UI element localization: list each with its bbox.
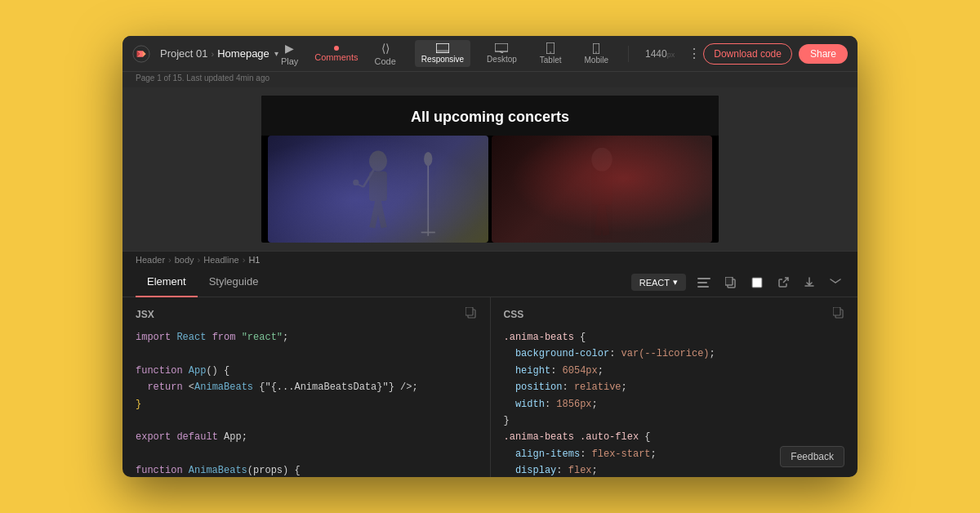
css-panel-title: CSS	[504, 309, 524, 320]
project-label: Project 01	[160, 47, 208, 60]
subtitle-text: Page 1 of 15. Last updated 4min ago	[136, 74, 270, 83]
breadcrumb-arrow-icon: ›	[212, 49, 215, 59]
svg-line-24	[598, 205, 602, 235]
framework-label: REACT	[639, 278, 670, 288]
responsive-icon	[436, 43, 449, 53]
css-line-2: background-color: var(--licorice);	[504, 346, 845, 362]
breadcrumb-body: body	[175, 255, 194, 265]
app-window: Project 01 › Homepage ▾ ▶ Play Comments …	[122, 36, 858, 477]
css-line-3: height: 6054px;	[504, 363, 845, 379]
jsx-line-2	[136, 346, 477, 362]
comments-button[interactable]: Comments	[314, 46, 358, 62]
concert-title: All upcoming concerts	[261, 96, 719, 136]
svg-point-16	[353, 180, 359, 185]
expand-icon[interactable]	[826, 275, 844, 290]
singer-silhouette-icon	[301, 146, 456, 243]
svg-rect-31	[752, 278, 762, 288]
svg-line-14	[363, 163, 378, 187]
desktop-icon	[495, 43, 508, 53]
concert-image-2	[492, 136, 712, 243]
play-label: Play	[281, 56, 298, 66]
jsx-copy-button[interactable]	[466, 307, 477, 321]
desktop-label: Desktop	[487, 55, 517, 64]
css-line-6: }	[504, 413, 845, 429]
jsx-line-1: import React from "react";	[136, 329, 477, 346]
download-icon[interactable]	[800, 274, 818, 292]
svg-point-9	[550, 51, 551, 53]
tab-bar: Element Styleguide REACT ▾	[122, 268, 858, 297]
breadcrumb-bar: Header › body › Headline › H1	[122, 251, 858, 268]
jsx-panel-title: JSX	[136, 309, 154, 320]
share-button[interactable]: Share	[799, 44, 848, 64]
download-code-button[interactable]: Download code	[703, 43, 792, 65]
css-line-5: width: 1856px;	[504, 396, 845, 413]
code-button[interactable]: ⟨⟩ Code	[374, 42, 395, 66]
jsx-line-4: return <AnimaBeats {"{...AnimaBeatsData}…	[136, 379, 477, 395]
feedback-button[interactable]: Feedback	[780, 446, 844, 467]
concert-images	[261, 136, 719, 243]
jsx-line-7: export default App;	[136, 429, 477, 445]
mobile-button[interactable]: Mobile	[577, 40, 614, 68]
play-button[interactable]: ▶ Play	[281, 42, 298, 66]
project-nav: Project 01 › Homepage ▾	[160, 47, 278, 60]
homepage-label[interactable]: Homepage	[217, 47, 270, 60]
tab-styleguide[interactable]: Styleguide	[198, 268, 270, 297]
white-box-icon[interactable]	[748, 274, 766, 292]
code-icon: ⟨⟩	[381, 42, 390, 55]
css-line-4: position: relative;	[504, 379, 845, 395]
tab-element-label: Element	[147, 275, 186, 288]
play-icon: ▶	[285, 42, 294, 55]
responsive-button[interactable]: Responsive	[415, 40, 470, 67]
desktop-button[interactable]: Desktop	[480, 40, 523, 67]
jsx-line-9: function AnimaBeats(props) {	[136, 462, 477, 477]
svg-rect-28	[697, 286, 709, 288]
breadcrumb-sep-2: ›	[198, 255, 201, 265]
svg-point-22	[591, 148, 612, 172]
list-view-icon[interactable]	[694, 274, 714, 291]
svg-point-12	[369, 151, 387, 172]
logo-icon	[132, 45, 150, 63]
comments-dot	[334, 46, 339, 51]
svg-line-18	[378, 201, 384, 228]
jsx-line-8	[136, 446, 477, 462]
css-panel: CSS .anima-beats { background-color: var…	[491, 297, 858, 477]
css-copy-button[interactable]	[833, 307, 844, 321]
copy-all-icon[interactable]	[722, 274, 740, 292]
svg-rect-13	[369, 172, 387, 201]
concert-image-1	[268, 136, 488, 243]
svg-line-15	[356, 183, 363, 187]
code-panels: JSX import React from "react"; function …	[122, 297, 858, 477]
svg-rect-35	[833, 307, 840, 315]
svg-line-25	[602, 205, 606, 235]
tablet-button[interactable]: Tablet	[533, 39, 568, 68]
subtitle-bar: Page 1 of 15. Last updated 4min ago	[122, 72, 858, 87]
canvas-area: All upcoming concerts	[122, 87, 858, 251]
canvas-content: All upcoming concerts	[261, 96, 719, 243]
dropdown-icon[interactable]: ▾	[274, 49, 278, 58]
tab-element[interactable]: Element	[136, 268, 198, 297]
comments-label: Comments	[314, 52, 358, 62]
top-bar: Project 01 › Homepage ▾ ▶ Play Comments …	[122, 36, 858, 72]
view-controls: Responsive Desktop Tablet Mobile 1440px …	[415, 39, 701, 68]
breadcrumb-headline: Headline	[203, 255, 238, 265]
breadcrumb-sep-3: ›	[243, 255, 246, 265]
svg-rect-23	[591, 172, 612, 205]
mic-stand-icon	[412, 152, 445, 243]
css-line-1: .anima-beats {	[504, 329, 845, 346]
svg-rect-33	[466, 307, 473, 315]
jsx-line-6	[136, 413, 477, 429]
top-bar-right: Download code Share	[703, 43, 848, 65]
mobile-icon	[593, 43, 599, 54]
tablet-label: Tablet	[540, 56, 562, 65]
code-label: Code	[374, 56, 395, 66]
logo-area	[132, 45, 150, 63]
jsx-line-3: function App() {	[136, 363, 477, 379]
framework-selector[interactable]: REACT ▾	[631, 274, 686, 291]
svg-rect-27	[697, 282, 707, 283]
external-link-icon[interactable]	[774, 274, 792, 292]
more-options-icon[interactable]: ⋮	[688, 46, 701, 61]
top-bar-center: ▶ Play Comments ⟨⟩ Code	[281, 42, 396, 66]
breadcrumb-sep-1: ›	[168, 255, 172, 265]
css-line-7: .anima-beats .auto-flex {	[504, 429, 845, 445]
mobile-label: Mobile	[584, 56, 608, 65]
